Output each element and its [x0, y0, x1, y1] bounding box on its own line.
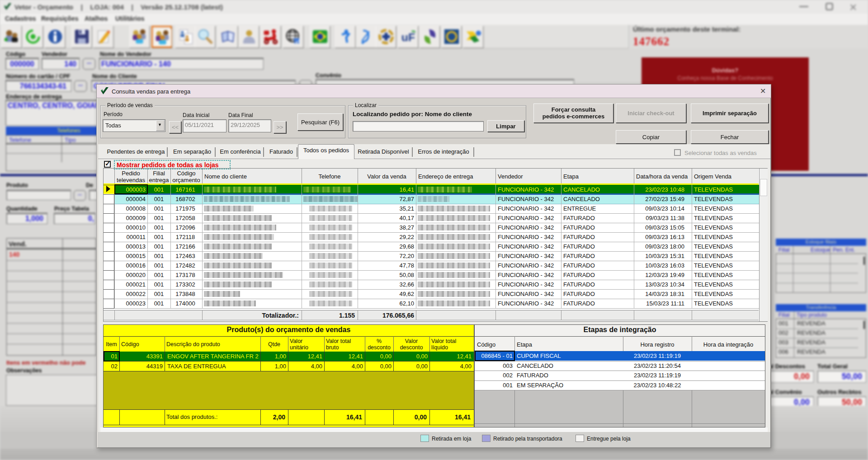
svg-text:uF: uF: [401, 31, 415, 43]
